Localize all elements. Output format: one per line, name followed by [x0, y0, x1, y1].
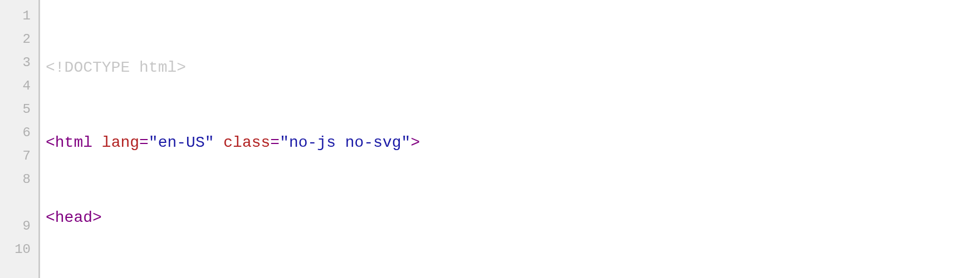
line-number: 3 [0, 51, 38, 75]
line-number: 7 [0, 145, 38, 168]
line-number: 10 [0, 238, 38, 261]
line-gutter: 1 2 3 4 5 6 7 8 9 10 [0, 0, 40, 278]
code-editor: 1 2 3 4 5 6 7 8 9 10 <!DOCTYPE html> <ht… [0, 0, 980, 278]
code-line: <!DOCTYPE html> [46, 56, 980, 80]
code-line: <head> [46, 206, 980, 230]
code-area[interactable]: <!DOCTYPE html> <html lang="en-US" class… [40, 0, 980, 278]
line-number: 8 [0, 168, 38, 191]
line-number: 2 [0, 28, 38, 51]
line-number: 9 [0, 215, 38, 238]
line-number: 1 [0, 4, 38, 28]
line-number: 6 [0, 121, 38, 145]
line-number: 5 [0, 98, 38, 121]
line-number-wrap [0, 191, 38, 215]
line-number: 4 [0, 75, 38, 98]
code-line: <html lang="en-US" class="no-js no-svg"> [46, 131, 980, 155]
doctype: <!DOCTYPE html> [46, 59, 186, 76]
